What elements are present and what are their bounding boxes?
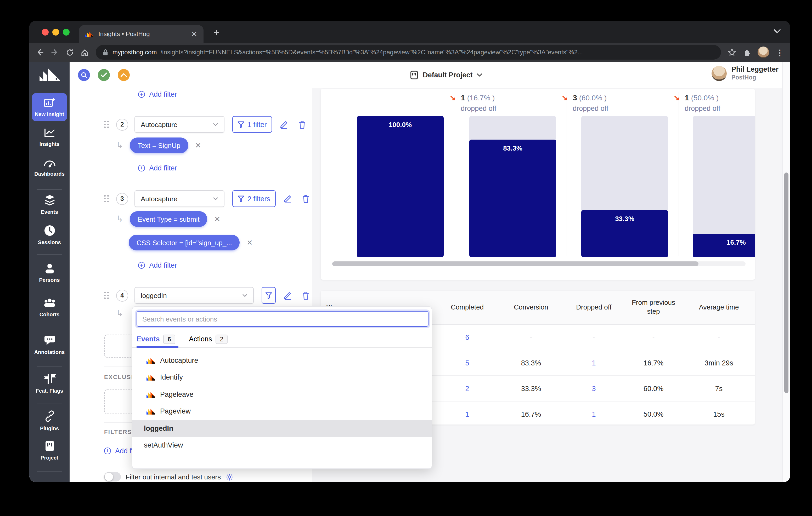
dropped-off-link[interactable]: 3 [563,385,624,392]
posthog-logo-icon [39,66,61,83]
url-bar[interactable]: myposthog.com/insights?insight=FUNNELS&a… [96,45,721,60]
user-menu[interactable]: Phil Leggetter PostHog [712,65,779,81]
edit-step-button[interactable] [280,120,288,129]
add-filter-link[interactable]: + Add filter [138,262,177,269]
collapse-button[interactable] [118,69,130,81]
project-selector-icon [410,70,418,79]
completed-link[interactable]: 6 [436,333,499,341]
tab-actions[interactable]: Actions 2 [189,334,228,344]
search-input[interactable] [137,311,429,327]
window-zoom-button[interactable] [63,29,69,35]
posthog-event-icon [146,408,155,415]
completed-link[interactable]: 2 [436,385,499,392]
filter-pill[interactable]: Event Type = submit [130,211,207,227]
window-minimize-button[interactable] [52,29,59,35]
list-item-setauthview[interactable]: setAuthView [133,437,432,454]
step-number: 4 [116,290,128,301]
forward-icon[interactable] [51,48,59,57]
browser-tabstrip: Insights • PostHog ✕ + [29,21,790,43]
step-event-select[interactable]: Autocapture [135,116,225,133]
funnel-bar-4[interactable]: 16.7% [693,116,755,257]
sidebar-item-partial[interactable] [29,478,69,482]
plus-circle-icon: + [138,91,145,98]
edit-step-button[interactable] [283,291,292,300]
step-event-select[interactable]: loggedIn [135,287,254,304]
browser-menu-kebab-icon[interactable]: ⋮ [776,48,784,56]
bookmark-star-icon[interactable] [728,48,736,57]
posthog-favicon-icon [85,31,94,37]
sidebar-item-persons[interactable]: Persons [29,263,69,283]
scrollbar-thumb[interactable] [332,262,698,266]
sidebar-item-events[interactable]: Events [29,194,69,215]
list-item-autocapture[interactable]: Autocapture [133,352,432,369]
posthog-app: New Insight Insights Dashboards Events [29,62,790,482]
dropoff-arrow-icon: ↘ [561,93,568,113]
add-filter-link[interactable]: + Add filter [138,90,177,98]
remove-filter-icon[interactable]: ✕ [247,238,253,247]
funnel-bar-2[interactable]: 83.3% [469,116,556,257]
sidebar-item-project[interactable]: Project [29,440,69,461]
search-button[interactable] [78,69,90,81]
sidebar-item-new-insight[interactable]: New Insight [29,97,69,117]
back-icon[interactable] [36,48,44,57]
completed-link[interactable]: 5 [436,359,499,367]
list-item-pageview[interactable]: Pageview [133,403,432,420]
browser-tab[interactable]: Insights • PostHog ✕ [79,25,204,43]
dropped-off-link[interactable]: 1 [563,410,624,418]
sidebar-item-sessions[interactable]: Sessions [29,225,69,245]
window-close-button[interactable] [42,29,49,35]
sidebar-item-dashboards[interactable]: Dashboards [29,158,69,177]
drag-handle-icon[interactable] [104,195,109,202]
add-filter-link[interactable]: + Add filter [138,164,177,172]
list-item-pageleave[interactable]: Pageleave [133,386,432,403]
dashboards-icon [42,158,56,168]
sidebar-item-annotations[interactable]: Annotations [29,335,69,355]
delete-step-button[interactable] [298,120,306,129]
toggle-switch[interactable] [104,472,121,482]
drag-handle-icon[interactable] [104,121,109,128]
list-item-identify[interactable]: Identify [133,369,432,386]
filter-pill[interactable]: Text = SignUp [130,138,188,153]
reload-icon[interactable] [66,48,74,56]
gear-icon[interactable] [226,473,233,481]
completed-link[interactable]: 1 [436,410,499,418]
tab-close-icon[interactable]: ✕ [191,30,197,38]
status-check-button[interactable] [98,69,110,81]
step-filter-count-button[interactable]: 2 filters [232,190,276,207]
funnel-chart-card: ↘ 1 (16.7% ) dropped off ↘ 3 (60.0% ) dr… [321,89,755,280]
funnel-filter-icon [265,292,272,299]
drag-handle-icon[interactable] [104,292,109,299]
filter-pill[interactable]: CSS Selector = [id="sign_up_... [129,235,240,250]
extensions-puzzle-icon[interactable] [743,48,751,56]
dropped-off-link[interactable]: 1 [563,359,624,367]
funnel-bar-1[interactable]: 100.0% [357,116,444,257]
project-selector[interactable]: Default Project [410,62,483,88]
step-event-select[interactable]: Autocapture [135,190,225,207]
delete-step-button[interactable] [302,291,310,300]
sidebar-item-insights[interactable]: Insights [29,127,69,147]
column-separator [455,92,455,256]
sidebar-item-plugins[interactable]: Plugins [29,410,69,431]
events-icon [43,194,56,206]
sidebar-item-feature-flags[interactable]: Feat. Flags [29,373,69,394]
feature-flags-icon [42,373,56,385]
new-tab-button[interactable]: + [213,27,220,39]
step-filter-count-button[interactable]: 1 filter [232,116,272,133]
tab-events[interactable]: Events 6 [137,334,175,344]
list-item-loggedin[interactable]: loggedIn [133,420,432,437]
edit-step-button[interactable] [283,194,292,203]
step-filter-button[interactable] [262,287,276,304]
column-separator [567,92,567,256]
home-icon[interactable] [81,48,89,56]
funnel-bar-3[interactable]: 33.3% [581,116,668,257]
sidebar-item-cohorts[interactable]: Cohorts [29,298,69,317]
scrollbar-thumb[interactable] [784,173,788,393]
tab-overflow-chevron-icon[interactable] [774,29,781,33]
browser-profile-avatar[interactable] [758,47,769,58]
funnel-filter-icon [237,121,244,128]
remove-filter-icon[interactable]: ✕ [195,141,201,150]
delete-step-button[interactable] [301,194,310,203]
chart-horizontal-scrollbar[interactable] [332,262,746,266]
page-vertical-scrollbar[interactable] [782,62,790,482]
remove-filter-icon[interactable]: ✕ [214,215,220,223]
